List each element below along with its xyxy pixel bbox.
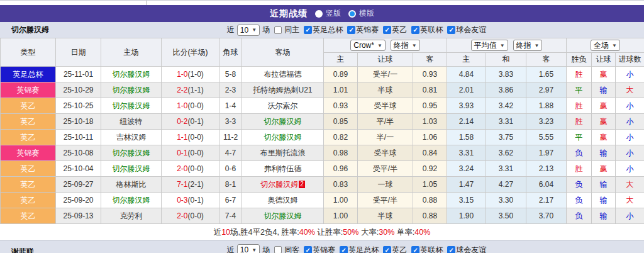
handicap-line: 一球 (358, 177, 413, 193)
match-date: 25-10-18 (56, 114, 101, 130)
avg-away-odds: 1.97 (526, 145, 567, 161)
avg-home-odds: 1.47 (447, 177, 486, 193)
vertical-layout-radio[interactable] (315, 10, 323, 18)
competition-checkbox[interactable]: ✓ (304, 26, 312, 34)
fulltime-score: 2-2 (177, 86, 187, 94)
goals-result: 小 (616, 114, 644, 130)
competition-checkbox[interactable]: ✓ (447, 246, 455, 253)
odds-source-value: Crow* (353, 41, 374, 50)
summary-segment: 大率: (358, 228, 379, 237)
home-team-cell: 格林斯比 (101, 177, 162, 193)
handicap-line: 平/半 (358, 114, 413, 130)
goals-result: 小 (616, 98, 644, 114)
score-cell: 0-1(0-0) (162, 145, 219, 161)
average-final-select[interactable]: 终指 ▼ (513, 40, 543, 51)
halftime-score: (1-0) (188, 70, 204, 79)
corners-score: 5-8 (219, 67, 242, 82)
red-card-badge: 2 (299, 181, 305, 188)
fulltime-score: 1-0 (177, 101, 187, 110)
competition-label: 球会友谊 (456, 245, 486, 253)
halftime-score: (0-0) (188, 211, 204, 220)
competition-label: 英足总杯 (313, 25, 343, 35)
goals-result: 大 (616, 82, 644, 98)
handicap-result: 输 (592, 82, 616, 98)
same-home-checkbox[interactable] (274, 26, 282, 34)
top-remnant-strip (0, 0, 644, 5)
match-count-value: 10 (240, 245, 248, 253)
match-date: 25-09-27 (56, 177, 101, 193)
away-team-cell: 托特纳姆热刺U21 (242, 82, 324, 98)
same-away-checkbox[interactable] (274, 246, 282, 253)
handicap-result: 输 (592, 193, 616, 208)
table-row: 英乙 25-10-11 吉林汉姆 1-1(0-0) 11-2 切尔滕汉姆 0.8… (1, 130, 644, 145)
score-cell: 2-0(0-0) (162, 208, 219, 224)
halftime-score: (0-0) (188, 133, 204, 142)
away-team: 布里斯托流浪 (260, 149, 306, 157)
chevron-down-icon: ▼ (377, 43, 382, 48)
avg-home-odds: 3.24 (447, 161, 486, 177)
avg-away-odds: 1.65 (526, 67, 567, 82)
match-count-select[interactable]: 10 ▼ (237, 25, 260, 36)
handicap-result: 赢 (592, 114, 616, 130)
scope-select-cell: 全场 ▼ (567, 38, 644, 53)
handicap-result: 输 (592, 208, 616, 224)
away-team: 奥德汉姆 (268, 196, 298, 205)
match-count-select[interactable]: 10 ▼ (237, 244, 260, 253)
handicap-result: 输 (592, 145, 616, 161)
winloss-result: 胜 (567, 161, 592, 177)
table-row: 英足总杯 25-11-01 切尔滕汉姆 1-0(1-0) 5-8 布拉德福德 0… (1, 67, 644, 82)
match-date: 25-09-13 (56, 208, 101, 224)
layout-radio-group: 竖版 (315, 8, 341, 19)
fulltime-score: 1-1 (177, 133, 187, 142)
chevron-down-icon: ▼ (252, 247, 257, 253)
competition-checkbox[interactable]: ✓ (411, 246, 419, 253)
vertical-layout-label: 竖版 (326, 8, 341, 19)
competition-checkbox[interactable]: ✓ (411, 26, 419, 34)
halftime-score: (0-1) (188, 117, 204, 126)
odds-final-select[interactable]: 终指 ▼ (391, 40, 420, 51)
summary-segment: 10 (221, 228, 230, 237)
competition-checkbox[interactable]: ✓ (304, 246, 312, 253)
competition-checkbox[interactable]: ✓ (383, 246, 391, 253)
same-away-label: 同客 (284, 245, 299, 253)
competition-label: 英乙 (392, 25, 407, 35)
fulltime-score: 1-0 (177, 70, 187, 79)
odds-source-select[interactable]: Crow* ▼ (350, 40, 386, 51)
winloss-result: 负 (567, 145, 592, 161)
away-team: 切尔滕汉姆 (264, 133, 302, 142)
competition-checkbox[interactable]: ✓ (340, 246, 348, 253)
fulltime-score: 2-0 (177, 211, 187, 220)
home-team-cell: 切尔滕汉姆 (101, 161, 162, 177)
away-odds: 0.92 (413, 161, 447, 177)
table-row: 英乙 25-09-27 格林斯比 7-1(2-1) 8-1 切尔滕汉姆2 0.8… (1, 177, 644, 193)
score-cell: 7-1(2-1) (162, 177, 219, 193)
avg-draw-odds: 3.42 (486, 98, 526, 114)
horizontal-layout-radio[interactable] (348, 10, 356, 18)
match-type-badge: 英乙 (1, 114, 56, 130)
avg-home-odds: 3.93 (447, 98, 486, 114)
summary-line: 近10场,胜4平2负4, 胜率:40% 让胜率:50% 大率:30% 单率:40… (214, 227, 431, 238)
scope-value: 全场 (594, 40, 609, 51)
handicap-line: 受平/半 (358, 193, 413, 208)
away-team-filter-bar: 谢菲联 近 10 ▼ 场 同客 ✓英锦赛✓英足总杯✓英乙✓英联杯✓球会友谊 (0, 240, 644, 253)
chevron-down-icon: ▼ (252, 27, 257, 33)
table-row: 英锦赛 25-10-29 切尔滕汉姆 2-2(1-1) 2-3 托特纳姆热刺U2… (1, 82, 644, 98)
summary-segment: 场,胜4平2负4, 胜率: (230, 228, 299, 237)
col-header-avg-home: 主 (447, 53, 486, 67)
home-odds: 1.00 (324, 193, 358, 208)
match-type-badge: 英锦赛 (1, 82, 56, 98)
competition-checkbox[interactable]: ✓ (383, 26, 391, 34)
handicap-line: 半球 (358, 208, 413, 224)
average-select[interactable]: 平均值 ▼ (471, 40, 508, 51)
handicap-result: 赢 (592, 161, 616, 177)
page-title: 近期战绩 (270, 8, 308, 20)
table-row: 英乙 25-09-13 克劳利 2-0(0-0) 7-4 切尔滕汉姆 1.00 … (1, 208, 644, 224)
col-header-goals: 进球数 (616, 53, 644, 67)
competition-checkbox[interactable]: ✓ (347, 26, 355, 34)
corners-score: 1-4 (219, 98, 242, 114)
home-team: 切尔滕汉姆 (113, 196, 150, 205)
competition-checkbox[interactable]: ✓ (447, 26, 455, 34)
scope-select[interactable]: 全场 ▼ (591, 40, 620, 51)
winloss-result: 负 (567, 177, 592, 193)
home-team-cell: 切尔滕汉姆 (101, 145, 162, 161)
